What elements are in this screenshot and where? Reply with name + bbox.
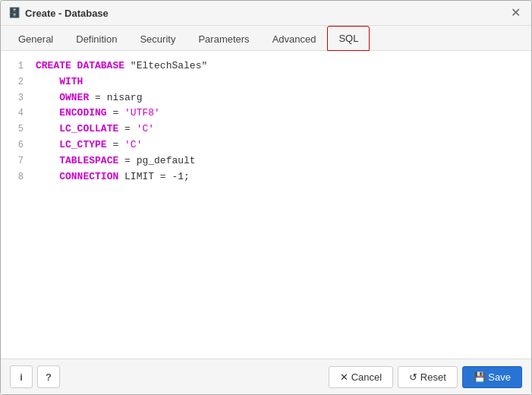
code-editor: 1 CREATE DATABASE "EltechSales" 2 WITH 3… (1, 58, 531, 185)
info-button[interactable]: i (10, 365, 33, 388)
save-button[interactable]: 💾 Save (462, 366, 522, 388)
code-line-7: 7 TABLESPACE = pg_default (8, 153, 524, 169)
code-content: WITH (36, 74, 83, 90)
line-number: 8 (8, 170, 24, 185)
title-bar: 🗄️ Create - Database ✕ (1, 1, 531, 26)
code-line-4: 4 ENCODING = 'UTF8' (8, 106, 524, 122)
line-number: 6 (8, 138, 24, 153)
code-content: ENCODING = 'UTF8' (36, 106, 160, 122)
code-line-6: 6 LC_CTYPE = 'C' (8, 137, 524, 153)
tab-sql[interactable]: SQL (327, 26, 370, 51)
tab-definition[interactable]: Definition (65, 27, 128, 51)
code-line-5: 5 LC_COLLATE = 'C' (8, 122, 524, 137)
code-line-1: 1 CREATE DATABASE "EltechSales" (8, 58, 524, 74)
code-content: LC_CTYPE = 'C' (36, 137, 142, 153)
code-content: OWNER = nisarg (36, 90, 142, 106)
line-number: 2 (8, 75, 24, 90)
database-icon: 🗄️ (8, 7, 20, 19)
line-number: 1 (8, 59, 24, 74)
line-number: 5 (8, 122, 24, 137)
create-database-dialog: 🗄️ Create - Database ✕ General Definitio… (0, 0, 532, 395)
line-number: 3 (8, 91, 24, 106)
code-line-8: 8 CONNECTION LIMIT = -1; (8, 169, 524, 185)
tab-advanced[interactable]: Advanced (261, 27, 328, 51)
tab-general[interactable]: General (7, 27, 65, 51)
dialog-title: Create - Database (25, 8, 109, 19)
help-button[interactable]: ? (37, 365, 60, 388)
line-number: 7 (8, 154, 24, 169)
footer-left: i ? (10, 365, 60, 388)
sql-content-area: 1 CREATE DATABASE "EltechSales" 2 WITH 3… (1, 51, 531, 359)
footer: i ? ✕ Cancel ↺ Reset 💾 Save (1, 359, 531, 394)
tabs-bar: General Definition Security Parameters A… (1, 26, 531, 51)
code-line-3: 3 OWNER = nisarg (8, 90, 524, 106)
title-bar-left: 🗄️ Create - Database (8, 7, 109, 19)
close-button[interactable]: ✕ (508, 5, 524, 21)
footer-right: ✕ Cancel ↺ Reset 💾 Save (329, 366, 522, 388)
line-number: 4 (8, 106, 24, 121)
code-content: CONNECTION LIMIT = -1; (36, 169, 190, 185)
code-content: TABLESPACE = pg_default (36, 153, 196, 169)
code-line-2: 2 WITH (8, 74, 524, 90)
reset-button[interactable]: ↺ Reset (398, 366, 458, 388)
code-content: CREATE DATABASE "EltechSales" (36, 58, 207, 74)
cancel-button[interactable]: ✕ Cancel (329, 366, 393, 388)
code-content: LC_COLLATE = 'C' (36, 122, 154, 137)
tab-parameters[interactable]: Parameters (187, 27, 260, 51)
tab-security[interactable]: Security (128, 27, 187, 51)
